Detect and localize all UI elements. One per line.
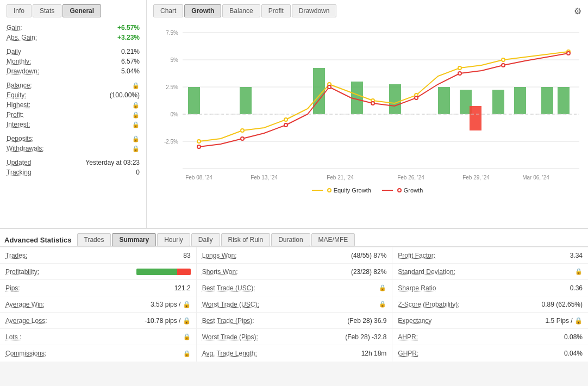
best-trade-pips-label: Best Trade (Pips):: [202, 317, 254, 325]
chart-tab-drawdown[interactable]: Drawdown: [292, 4, 337, 17]
adv-tab-risk-of-ruin[interactable]: Risk of Ruin: [221, 233, 271, 246]
avg-loss-label: Average Loss:: [5, 317, 47, 325]
profitability-row: Profitability:: [0, 264, 196, 280]
withdrawals-lock-icon: 🔒: [132, 145, 140, 152]
tab-stats[interactable]: Stats: [33, 4, 61, 17]
shorts-won-row: Shorts Won: (23/28) 82%: [197, 264, 392, 280]
profit-row: Profit: 🔒: [7, 110, 140, 120]
interest-label: Interest:: [7, 121, 30, 128]
best-trade-usc-row: Best Trade (USC): 🔒: [197, 280, 392, 296]
bottom-section: Advanced Statistics Trades Summary Hourl…: [0, 228, 588, 362]
chart-tab-balance[interactable]: Balance: [222, 4, 260, 17]
top-tab-bar: Info Stats General: [7, 4, 140, 17]
deposits-lock-icon: 🔒: [132, 135, 140, 142]
tab-info[interactable]: Info: [7, 4, 32, 17]
tracking-row: Tracking 0: [7, 167, 140, 177]
ghpr-row: GHPR: 0.04%: [392, 345, 588, 362]
svg-point-43: [371, 102, 374, 105]
stats-col-3: Profit Factor: 3.34 Standard Deviation: …: [392, 247, 588, 362]
daily-row: Daily 0.21%: [7, 47, 140, 57]
svg-text:Mar 06, '24: Mar 06, '24: [522, 175, 549, 180]
svg-rect-28: [470, 106, 481, 130]
svg-text:Feb 21, '24: Feb 21, '24: [327, 175, 354, 180]
svg-point-45: [458, 72, 461, 75]
profitability-label: Profitability:: [5, 268, 39, 276]
svg-rect-21: [389, 84, 401, 114]
abs-gain-row: Abs. Gain: +3.23%: [7, 33, 140, 42]
adv-tab-daily[interactable]: Daily: [191, 233, 220, 246]
std-dev-value: 🔒: [575, 268, 583, 275]
worst-trade-pips-value: (Feb 28) -32.8: [345, 333, 386, 341]
monthly-value: 6.57%: [121, 58, 140, 65]
expectancy-value: 1.5 Pips / 🔒: [546, 317, 583, 325]
avg-loss-row: Average Loss: -10.78 pips / 🔒: [0, 313, 196, 329]
balance-row: Balance: 🔒: [7, 80, 140, 90]
deposits-row: Deposits: 🔒: [7, 134, 140, 144]
avg-trade-length-value: 12h 18m: [361, 350, 387, 357]
svg-point-47: [567, 52, 570, 55]
z-score-value: 0.89 (62.65%): [542, 301, 583, 308]
profit-label: Profit:: [7, 111, 23, 119]
worst-trade-usc-label: Worst Trade (USC):: [202, 301, 259, 308]
legend-growth: Growth: [382, 187, 423, 194]
svg-point-37: [502, 58, 505, 61]
svg-rect-25: [514, 87, 526, 114]
drawdown-row: Drawdown: 5.04%: [7, 66, 140, 76]
daily-label: Daily: [7, 48, 21, 55]
pips-row: Pips: 121.2: [0, 280, 196, 296]
adv-tab-mae-mfe[interactable]: MAE/MFE: [311, 233, 355, 246]
equity-row: Equity: (100.00%): [7, 90, 140, 100]
legend-growth-label: Growth: [404, 187, 423, 194]
chart-legend: Equity Growth Growth: [153, 187, 581, 194]
adv-tab-bar: Advanced Statistics Trades Summary Hourl…: [0, 229, 588, 247]
equity-value: (100.00%): [110, 91, 140, 99]
worst-trade-usc-row: Worst Trade (USC): 🔒: [197, 296, 392, 313]
adv-tab-summary[interactable]: Summary: [112, 233, 156, 246]
ahpr-row: AHPR: 0.08%: [392, 329, 588, 345]
daily-value: 0.21%: [121, 48, 140, 55]
chart-tab-chart[interactable]: Chart: [153, 4, 183, 17]
chart-tab-bar: Chart Growth Balance Profit Drawdown ⚙: [153, 4, 581, 17]
svg-text:Feb 26, '24: Feb 26, '24: [397, 175, 424, 180]
profitability-green: [136, 269, 177, 275]
adv-statistics-title: Advanced Statistics: [4, 236, 72, 244]
deposits-label: Deposits:: [7, 135, 34, 142]
tab-general[interactable]: General: [62, 4, 101, 17]
chart-tab-profit[interactable]: Profit: [261, 4, 291, 17]
svg-text:Feb 29, '24: Feb 29, '24: [462, 175, 490, 180]
z-score-label: Z-Score (Probability):: [398, 301, 459, 308]
adv-tab-trades[interactable]: Trades: [77, 233, 111, 246]
lots-row: Lots : 🔒: [0, 329, 196, 345]
svg-rect-17: [188, 87, 200, 114]
stats-col-2: Longs Won: (48/55) 87% Shorts Won: (23/2…: [196, 247, 392, 362]
left-panel: Info Stats General Gain: +6.57% Abs. Gai…: [0, 0, 147, 228]
settings-icon[interactable]: ⚙: [574, 6, 581, 16]
commissions-value: 🔒: [183, 350, 191, 357]
ahpr-label: AHPR:: [398, 333, 418, 341]
monthly-row: Monthly: 6.57%: [7, 57, 140, 66]
svg-rect-22: [438, 87, 450, 114]
updated-row: Updated Yesterday at 03:23: [7, 158, 140, 167]
svg-point-39: [197, 145, 201, 148]
chart-panel: Chart Growth Balance Profit Drawdown ⚙ 7…: [147, 0, 588, 228]
best-trade-pips-row: Best Trade (Pips): (Feb 28) 36.9: [197, 313, 392, 329]
std-dev-label: Standard Deviation:: [398, 268, 455, 276]
gain-label: Gain:: [7, 24, 22, 32]
equity-growth-dot: [327, 188, 331, 192]
svg-rect-27: [558, 87, 570, 114]
longs-won-row: Longs Won: (48/55) 87%: [197, 247, 392, 264]
ahpr-value: 0.08%: [564, 333, 583, 341]
drawdown-label: Drawdown:: [7, 67, 39, 75]
svg-rect-24: [492, 90, 504, 114]
abs-gain-value: +3.23%: [117, 34, 140, 41]
adv-tab-hourly[interactable]: Hourly: [157, 233, 190, 246]
trades-label: Trades:: [5, 252, 27, 259]
avg-win-value: 3.53 pips / 🔒: [151, 301, 191, 308]
growth-chart-svg: 7.5% 5% 2.5% 0% -2.5% Feb 08, '24 Feb 13…: [153, 22, 581, 185]
monthly-label: Monthly:: [7, 58, 31, 65]
lots-label: Lots :: [5, 333, 21, 341]
adv-tab-duration[interactable]: Duration: [271, 233, 310, 246]
chart-tab-growth[interactable]: Growth: [184, 4, 221, 17]
lots-value: 🔒: [183, 333, 191, 340]
balance-lock-icon: 🔒: [132, 82, 140, 89]
